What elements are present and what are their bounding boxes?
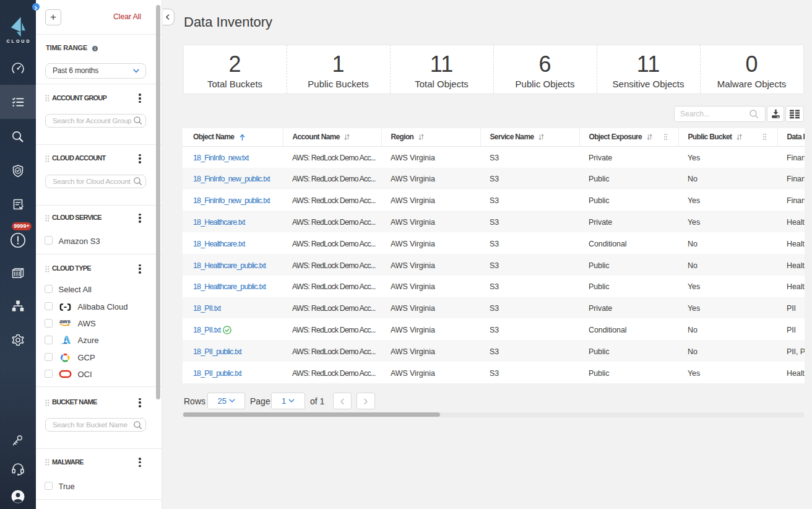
svg-text:aws: aws xyxy=(59,318,71,324)
